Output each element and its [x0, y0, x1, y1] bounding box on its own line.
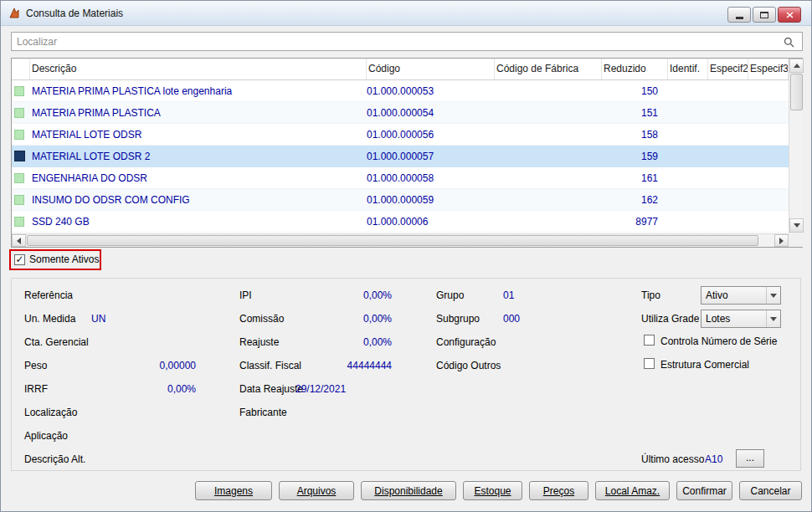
value-ipi: 0,00% [319, 289, 392, 301]
somente-ativos-label: Somente Ativos [29, 253, 99, 265]
label-controla-serie: Controla Número de Série [660, 335, 777, 347]
estrutura-comercial-checkbox[interactable] [644, 358, 655, 369]
label-configuracao: Configuração [436, 336, 496, 348]
arrow-left-icon [17, 238, 21, 244]
close-icon [786, 12, 794, 18]
cell-descricao: MATERIA PRIMA PLASTICA [30, 107, 367, 119]
minimize-button[interactable] [727, 7, 751, 23]
cell-descricao: ENGENHARIA DO ODSR [30, 172, 367, 184]
precos-button[interactable]: Preços [529, 481, 588, 500]
value-grupo: 01 [503, 289, 514, 301]
estoque-button[interactable]: Estoque [463, 481, 522, 500]
cell-descricao: MATERIAL LOTE ODSR 2 [30, 151, 367, 162]
label-peso: Peso [24, 360, 47, 371]
imagens-button[interactable]: Imagens [195, 481, 272, 500]
table-row[interactable]: SSD 240 GB 01.000.00006 8977 [12, 211, 789, 233]
label-comissao: Comissão [239, 313, 284, 325]
cell-reduzido: 150 [602, 85, 668, 97]
label-localizacao: Localização [24, 407, 77, 418]
table-header: Descrição Código Código de Fábrica Reduz… [12, 59, 789, 80]
material-status-icon [14, 217, 24, 227]
table-row[interactable]: ENGENHARIA DO ODSR 01.000.000058 161 [12, 167, 789, 189]
material-status-icon [14, 130, 24, 140]
window-title: Consulta de Materiais [26, 8, 123, 19]
material-status-icon [14, 173, 24, 183]
table-row-selected[interactable]: MATERIAL LOTE ODSR 2 01.000.000057 159 [12, 146, 789, 167]
table-row[interactable]: INSUMO DO ODSR COM CONFIG 01.000.000059 … [12, 189, 789, 211]
maximize-button[interactable] [753, 7, 776, 23]
scroll-right-button[interactable] [774, 234, 789, 247]
dialog-consulta-materiais: Consulta de Materiais Descrição Código C… [0, 0, 812, 512]
scroll-down-button[interactable] [789, 218, 804, 233]
cell-codigo: 01.000.000058 [367, 172, 495, 184]
scrollbar-corner [789, 233, 803, 247]
label-un-medida: Un. Medida [24, 313, 75, 325]
cell-reduzido: 161 [602, 172, 668, 184]
label-utiliza-grade: Utiliza Grade [641, 313, 699, 325]
cell-reduzido: 158 [602, 129, 668, 141]
material-status-icon [14, 86, 24, 96]
header-descricao[interactable]: Descrição [30, 59, 367, 79]
vertical-scroll-thumb[interactable] [790, 74, 803, 110]
cell-codigo: 01.000.000053 [367, 85, 495, 97]
table-row[interactable]: MATERIA PRIMA PLASTICA lote engenharia 0… [12, 80, 789, 102]
cell-reduzido: 159 [602, 151, 668, 162]
value-irrf: 0,00% [110, 383, 196, 395]
arrow-up-icon [794, 64, 800, 68]
cell-descricao: SSD 240 GB [30, 216, 367, 228]
material-status-icon [14, 151, 25, 161]
label-ipi: IPI [239, 289, 252, 301]
label-ultimo-acesso: Último acesso [641, 453, 704, 465]
table-row[interactable]: MATERIAL LOTE ODSR 01.000.000056 158 [12, 124, 789, 146]
ultimo-acesso-browse-button[interactable]: ... [736, 449, 764, 468]
search-input[interactable] [11, 32, 803, 51]
header-especif3[interactable]: Especif3 [748, 59, 789, 79]
cell-descricao: MATERIAL LOTE ODSR [30, 129, 367, 141]
search-icon [784, 36, 794, 51]
label-classif-fiscal: Classif. Fiscal [239, 360, 301, 371]
arquivos-button[interactable]: Arquivos [279, 481, 354, 500]
label-reajuste: Reajuste [239, 336, 279, 348]
label-irrf: IRRF [24, 383, 48, 395]
material-status-icon [14, 108, 24, 118]
vertical-scrollbar[interactable] [789, 59, 803, 233]
horizontal-scrollbar[interactable] [12, 233, 789, 247]
close-button[interactable] [778, 7, 801, 23]
local-amaz-button[interactable]: Local Amaz. [595, 481, 670, 500]
disponibilidade-button[interactable]: Disponibilidade [361, 481, 456, 500]
label-referencia: Referência [24, 289, 73, 301]
material-status-icon [14, 195, 24, 205]
cell-descricao: INSUMO DO ODSR COM CONFIG [30, 194, 367, 206]
horizontal-scroll-thumb[interactable] [27, 235, 758, 246]
utiliza-grade-dropdown[interactable]: Lotes [701, 310, 781, 328]
label-data-reajuste: Data Reajuste [239, 383, 303, 395]
cancelar-button[interactable]: Cancelar [739, 481, 802, 500]
controla-serie-checkbox[interactable] [644, 335, 655, 346]
somente-ativos-checkbox[interactable]: ✓ Somente Ativos [14, 253, 99, 265]
header-especif2[interactable]: Especif2 [708, 59, 748, 79]
scroll-left-button[interactable] [12, 234, 26, 247]
header-codigo[interactable]: Código [367, 59, 495, 79]
checkmark-icon: ✓ [15, 253, 23, 265]
table-body: MATERIA PRIMA PLASTICA lote engenharia 0… [12, 80, 789, 233]
confirmar-button[interactable]: Confirmar [676, 481, 732, 500]
title-bar: Consulta de Materiais [1, 1, 811, 26]
chevron-down-icon[interactable] [766, 287, 780, 304]
value-un-medida: UN [91, 313, 105, 325]
label-estrutura-comercial: Estrutura Comercial [660, 359, 749, 371]
chevron-down-icon[interactable] [766, 310, 780, 327]
header-reduzido[interactable]: Reduzido [602, 59, 668, 79]
label-descricao-alt: Descrição Alt. [24, 453, 85, 465]
cell-codigo: 01.000.000059 [367, 194, 495, 206]
header-identif[interactable]: Identif. [668, 59, 708, 79]
label-fabricante: Fabricante [239, 407, 287, 418]
tipo-dropdown[interactable]: Ativo [701, 286, 781, 305]
cell-codigo: 01.000.00006 [367, 216, 495, 228]
scroll-up-button[interactable] [789, 59, 804, 73]
checkbox-box[interactable]: ✓ [14, 254, 25, 265]
value-data-reajuste: 29/12/2021 [296, 383, 346, 395]
value-comissao: 0,00% [319, 313, 392, 325]
cell-codigo: 01.000.000054 [367, 107, 495, 119]
table-row[interactable]: MATERIA PRIMA PLASTICA 01.000.000054 151 [12, 102, 789, 124]
header-codigo-fabrica[interactable]: Código de Fábrica [495, 59, 602, 79]
